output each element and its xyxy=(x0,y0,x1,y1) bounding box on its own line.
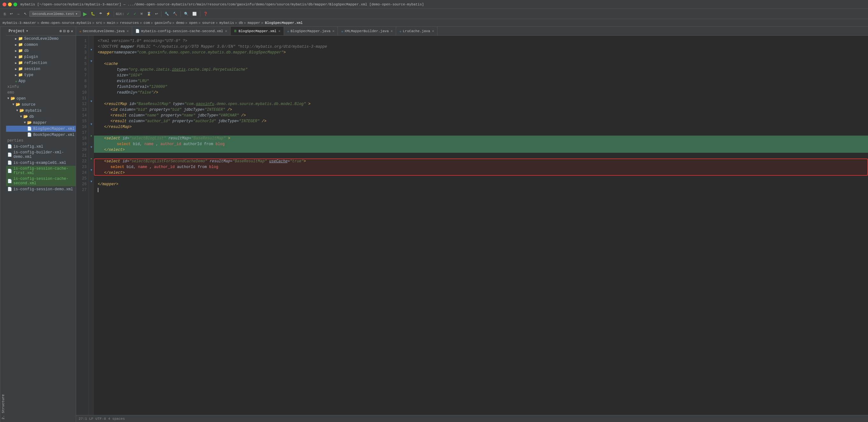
line-num-19: 19 xyxy=(76,141,89,147)
breadcrumb-mybatis[interactable]: mybatis xyxy=(219,21,234,25)
tab-secondleveldemo[interactable]: ☕ SecondLevelDemo.java ✕ xyxy=(76,27,132,35)
fold-icon[interactable]: ▼ xyxy=(90,123,92,126)
tab-close-icon[interactable]: ✕ xyxy=(333,29,335,33)
breadcrumb-mapper[interactable]: mapper xyxy=(248,21,260,25)
collapse-icon[interactable]: ⊟ xyxy=(63,29,66,34)
structure-tab[interactable]: 2. Structure xyxy=(0,27,6,422)
tab-blogspecmapper[interactable]: 🗎 BlogSpecMapper.xml ✕ xyxy=(230,27,284,35)
help-btn[interactable]: ❓ xyxy=(202,11,209,17)
tree-item-open[interactable]: ▼ 📂 open xyxy=(6,95,76,101)
tree-item-secondleveldemo[interactable]: ▶ 📁 SecondLevelDemo xyxy=(6,36,76,42)
build-btn[interactable]: 🔨 xyxy=(172,11,179,17)
code-text: <select id="selectBlogListForSecondCache… xyxy=(98,159,306,164)
git-update-btn[interactable]: ⤧ xyxy=(139,11,144,17)
git-check-btn[interactable]: ✓ xyxy=(125,11,131,17)
run-config-selector[interactable]: SecondLevelDemo.test ▾ xyxy=(29,11,81,17)
breadcrumb-sep-12: ▶ xyxy=(244,21,246,25)
tab-close-icon[interactable]: ✕ xyxy=(127,29,129,33)
minimize-button[interactable] xyxy=(8,3,12,6)
tab-close-icon[interactable]: ✕ xyxy=(391,29,393,33)
fold-icon[interactable]: ▼ xyxy=(90,169,92,172)
gutter-18: ➤ xyxy=(89,133,94,139)
run-button[interactable]: ▶ xyxy=(82,10,88,18)
tree-arrow-icon: ▶ xyxy=(15,73,17,77)
breadcrumb-com[interactable]: com xyxy=(144,21,150,25)
tree-item-config-example[interactable]: 📄 is-config-example01.xml xyxy=(6,160,76,166)
tree-item-app[interactable]: ☕ App xyxy=(6,78,76,84)
breadcrumb-main[interactable]: main xyxy=(107,21,115,25)
fold-icon[interactable]: ▼ xyxy=(90,60,92,63)
breadcrumb-open[interactable]: open xyxy=(189,21,197,25)
debug-button[interactable]: 🐛 xyxy=(90,11,96,17)
wrench-btn[interactable]: 🔧 xyxy=(163,11,170,17)
tree-item-mapper[interactable]: ▼ 📂 mapper xyxy=(6,120,76,126)
tree-item-plugin[interactable]: ▶ 📁 plugin xyxy=(6,54,76,60)
gutter-11 xyxy=(89,93,94,99)
tab-xmlmapperbuilder[interactable]: ☕ XMLMapperBuilder.java ✕ xyxy=(338,27,396,35)
settings-icon[interactable]: ⚙ xyxy=(67,29,69,34)
layout-btn[interactable]: ⬜ xyxy=(191,11,198,17)
tab-lrucache[interactable]: ☕ LruCache.java ✕ xyxy=(396,27,437,35)
breakpoint-arrow-icon[interactable]: ➤ xyxy=(90,157,93,161)
code-text: </resultMap> xyxy=(98,124,131,130)
tree-item-type[interactable]: ▶ 📁 type xyxy=(6,72,76,78)
fold-icon[interactable]: ▼ xyxy=(90,48,92,52)
code-content[interactable]: <?xml version="1.0" encoding="UTF-8" ?> … xyxy=(94,36,868,415)
toolbar-open-btn[interactable]: ⎘ xyxy=(3,11,7,17)
tab-close-icon[interactable]: ✕ xyxy=(278,29,281,33)
breadcrumb-demo2[interactable]: demo xyxy=(176,21,184,25)
tree-item-config-cache-first[interactable]: 📄 is-config-session-cache-first.xml xyxy=(6,166,76,176)
tree-item-config-builder[interactable]: 📄 is-config-builder-xml-demo.xml xyxy=(6,150,76,160)
toolbar-cursor-btn[interactable]: ↖ xyxy=(23,11,28,17)
tree-item-db[interactable]: ▶ 📁 db xyxy=(6,48,76,54)
tree-item-config-cache-second[interactable]: 📄 is-config-session-cache-second.xml xyxy=(6,176,76,186)
tree-item-source[interactable]: ▼ 📂 source xyxy=(6,101,76,107)
fold-icon[interactable]: ▼ xyxy=(90,146,92,149)
tab-close-icon[interactable]: ✕ xyxy=(432,29,434,33)
tree-item-mybatis[interactable]: ▼ 📂 mybatis xyxy=(6,107,76,113)
profile-button[interactable]: ⚡ xyxy=(105,11,112,17)
breadcrumb-demo[interactable]: demo-open-source-mybatis xyxy=(41,21,91,25)
toolbar-back-btn[interactable]: ↩ xyxy=(9,11,14,17)
breakpoint-arrow-icon[interactable]: ➤ xyxy=(90,134,93,138)
sync-icon[interactable]: ⊕ xyxy=(60,29,62,34)
maximize-button[interactable] xyxy=(13,3,17,6)
tree-item-config-session-demo[interactable]: 📄 is-config-session-demo.xml xyxy=(6,186,76,192)
tab-close-icon[interactable]: ✕ xyxy=(225,29,227,33)
coverage-button[interactable]: ☂ xyxy=(98,11,103,17)
tree-item-db2[interactable]: ▼ 📂 db xyxy=(6,113,76,120)
git-revert-btn[interactable]: ↩ xyxy=(154,11,159,17)
breadcrumb-root[interactable]: mybatis-3-master xyxy=(3,21,36,25)
fold-icon[interactable]: ▼ xyxy=(90,180,92,183)
breadcrumb-sep-2: ▶ xyxy=(93,21,95,25)
breadcrumb-file[interactable]: BlogSpecMapper.xml xyxy=(265,21,303,25)
code-text: <!DOCTYPE mapper PUBLIC "-//mybatis.org/… xyxy=(98,44,327,50)
breadcrumb-resources[interactable]: resources xyxy=(120,21,139,25)
fold-icon[interactable]: ▼ xyxy=(90,100,92,103)
code-editor: 1 2 3 4 5 6 7 8 9 10 11 12 13 14 15 16 1… xyxy=(76,36,868,415)
close-icon[interactable]: ✕ xyxy=(71,29,73,34)
git-history-btn[interactable]: ⌛ xyxy=(146,11,153,17)
breadcrumb-db[interactable]: db xyxy=(239,21,243,25)
git-label: Git: xyxy=(116,12,124,16)
tree-item-reflection[interactable]: ▶ 📁 reflection xyxy=(6,60,76,66)
breadcrumb-src[interactable]: src xyxy=(96,21,102,25)
tab-blogspecmapper-java[interactable]: ☕ BlogSpecMapper.java ✕ xyxy=(284,27,338,35)
tree-item-common[interactable]: ▶ 📁 common xyxy=(6,42,76,48)
git-check2-btn[interactable]: ✓ xyxy=(132,11,137,17)
line-num-15: 15 xyxy=(76,119,89,124)
tree-item-blogspecmapper[interactable]: 📄 BlogSpecMapper.xml xyxy=(6,126,76,132)
tab-mybatis-config[interactable]: 📄 mybatis-config-session-cache-second.xm… xyxy=(132,27,230,35)
code-line-16: </resultMap> xyxy=(94,124,868,130)
search-btn[interactable]: 🔍 xyxy=(183,11,190,17)
tree-item-session[interactable]: ▶ 📁 session xyxy=(6,66,76,72)
tree-item-bookspecmapper[interactable]: 📄 BookSpecMapper.xml xyxy=(6,132,76,138)
breadcrumb-sep-6: ▶ xyxy=(151,21,153,25)
tree-item-config[interactable]: 📄 is-config.xml xyxy=(6,143,76,150)
breadcrumb-gaoxinfu[interactable]: gaoxinfu xyxy=(154,21,171,25)
folder-icon: 📁 xyxy=(18,48,23,53)
toolbar-forward-btn[interactable]: → xyxy=(15,11,21,17)
breadcrumb-source[interactable]: source xyxy=(202,21,215,25)
xml-file-icon: 📄 xyxy=(27,132,32,137)
close-button[interactable] xyxy=(3,3,6,6)
